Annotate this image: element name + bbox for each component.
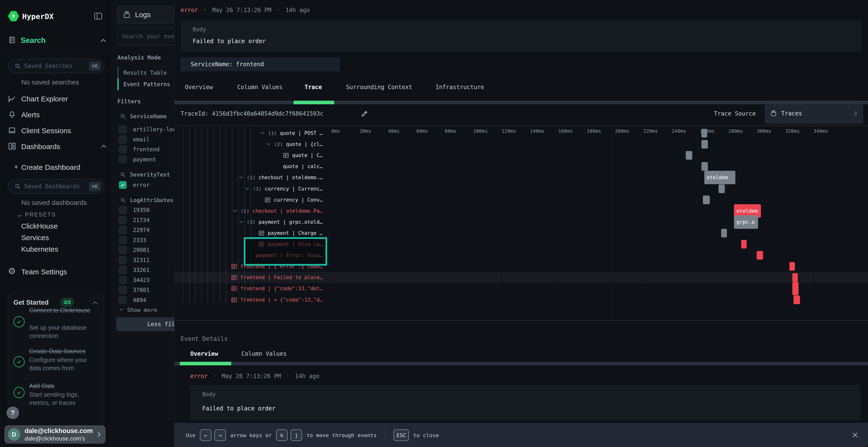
facet-checkbox-item[interactable]: 32311 (119, 256, 150, 264)
checkbox[interactable] (119, 296, 127, 304)
analysis-mode-results-table[interactable]: Results Table (117, 67, 167, 78)
show-more-button[interactable]: Show more (119, 307, 157, 313)
span-duration-bar[interactable] (702, 129, 707, 138)
checkbox[interactable] (119, 156, 127, 163)
sidebar-item-alerts[interactable]: Alerts (21, 111, 40, 119)
span-duration-bar[interactable] (686, 151, 692, 160)
k-key[interactable]: k (276, 429, 288, 441)
span-duration-bar[interactable] (789, 262, 795, 271)
sidebar-item-client-sessions[interactable]: Client Sessions (21, 127, 71, 135)
details-tab-column-values[interactable]: Column Values (241, 350, 287, 357)
chevron-up-icon[interactable] (101, 144, 106, 148)
event-search-input[interactable]: Search your events (117, 28, 174, 45)
sidebar-item-services[interactable]: Services (21, 234, 49, 242)
span-duration-bar[interactable] (792, 273, 798, 282)
span-duration-bar[interactable] (702, 162, 708, 171)
facet-checkbox-item[interactable]: 29081 (119, 246, 150, 254)
facet-checkbox-item[interactable]: 33261 (119, 266, 150, 274)
tab-column-values[interactable]: Column Values (237, 84, 283, 91)
saved-searches-input[interactable]: Saved Searches ⌘K (8, 59, 104, 73)
facet-checkbox-item[interactable]: email (119, 136, 150, 143)
checkbox[interactable] (119, 136, 127, 143)
span-duration-bar[interactable] (792, 282, 799, 295)
sidebar-item-chart-explorer[interactable]: Chart Explorer (21, 95, 68, 103)
user-menu[interactable]: D dale@clickhouse.com dale@clickhouse.co… (4, 425, 105, 444)
chevron-up-icon[interactable] (92, 301, 98, 305)
checkbox[interactable] (119, 246, 127, 254)
trace-span-row[interactable]: frontend | {"code":13,"det… (175, 283, 322, 294)
j-key[interactable]: j (290, 429, 302, 441)
span-duration-bar[interactable] (794, 296, 800, 304)
facet-checkbox-item[interactable]: 4894 (119, 296, 146, 304)
span-duration-bar[interactable] (718, 184, 725, 193)
span-duration-bar[interactable]: oteldem (704, 171, 735, 184)
span-duration-bar[interactable] (741, 240, 747, 248)
create-dashboard-button[interactable]: Create Dashboard (21, 163, 80, 171)
presets-label[interactable]: PRESETS (25, 211, 56, 218)
tab-overview[interactable]: Overview (185, 84, 213, 91)
trace-span-row[interactable]: currency | Conv… (175, 194, 322, 205)
checkbox[interactable] (119, 256, 127, 264)
trace-span-row[interactable]: (1)checkout | oteldemo.… (175, 172, 322, 183)
span-duration-bar[interactable] (703, 196, 710, 204)
chevron-up-icon[interactable] (100, 38, 106, 43)
facet-checkbox-item[interactable]: 19350 (119, 206, 150, 214)
analysis-mode-event-patterns[interactable]: Event Patterns (117, 78, 170, 90)
span-duration-bar[interactable] (702, 140, 708, 148)
facet-header[interactable]: ServiceName (120, 113, 166, 119)
checkbox[interactable] (119, 216, 127, 224)
facet-checkbox-item[interactable]: artillery-loadgen (119, 126, 174, 133)
checkbox[interactable] (119, 226, 127, 234)
less-filters-button[interactable]: Less filters (116, 317, 174, 331)
facet-checkbox-item[interactable]: 22974 (119, 226, 150, 234)
span-duration-bar[interactable] (756, 251, 763, 260)
span-duration-bar[interactable] (721, 229, 727, 238)
trace-span-row[interactable]: (1)currency | Currenc… (175, 183, 322, 194)
sidebar-item-search[interactable]: Search (21, 36, 45, 45)
sidebar-item-dashboards[interactable]: Dashboards (21, 143, 60, 151)
checkbox[interactable] (119, 145, 127, 153)
facet-checkbox-item[interactable]: payment (119, 156, 156, 163)
tab-surrounding-context[interactable]: Surrounding Context (346, 84, 412, 91)
tab-trace[interactable]: Trace (305, 84, 322, 91)
trace-span-row[interactable]: (3)payment | grpc.oteld… (175, 216, 322, 228)
facet-checkbox-item[interactable]: error (119, 181, 150, 189)
checkbox[interactable] (119, 126, 127, 133)
trace-span-row[interactable]: (1)checkout | oteldemo.Pa… (175, 205, 322, 216)
checkbox[interactable] (119, 181, 127, 189)
help-button[interactable]: ? (6, 407, 19, 419)
esc-key[interactable]: ESC (394, 429, 409, 441)
trace-span-row[interactable]: (2)quote | {cl… (175, 139, 322, 150)
data-source-select[interactable]: Logs (117, 6, 174, 23)
checkbox[interactable] (119, 206, 127, 214)
trace-source-select[interactable]: Traces (765, 104, 863, 123)
details-tab-overview[interactable]: Overview (190, 350, 218, 357)
arrow-left-key[interactable]: ← (200, 429, 212, 441)
facet-checkbox-item[interactable]: 34423 (119, 276, 150, 284)
saved-dashboards-input[interactable]: Saved Dashboards ⌘K (8, 179, 104, 194)
chevron-down-icon[interactable] (17, 214, 22, 218)
trace-span-row[interactable]: quote | calc… (175, 161, 322, 172)
checkbox[interactable] (119, 286, 127, 294)
facet-checkbox-item[interactable]: 21734 (119, 216, 150, 224)
arrow-right-key[interactable]: → (214, 429, 226, 441)
trace-span-row[interactable]: quote | C… (175, 150, 322, 161)
sidebar-item-clickhouse[interactable]: ClickHouse (21, 222, 58, 230)
facet-checkbox-item[interactable]: 37801 (119, 286, 150, 294)
close-icon[interactable]: × (852, 430, 858, 440)
span-duration-bar[interactable]: grpc.o (734, 215, 758, 229)
sidebar-item-kubernetes[interactable]: Kubernetes (21, 245, 58, 253)
sidebar-item-team-settings[interactable]: Team Settings (21, 268, 67, 276)
trace-span-row[interactable]: frontend | Failed to place… (175, 272, 322, 283)
tab-infrastructure[interactable]: Infrastructure (435, 84, 484, 91)
checkbox[interactable] (119, 236, 127, 244)
checkbox[interactable] (119, 266, 127, 274)
trace-span-row[interactable]: frontend | × {"code":13,"d… (175, 294, 322, 305)
collapse-sidebar-icon[interactable] (94, 11, 103, 21)
service-name-chip[interactable]: ServiceName: frontend (181, 57, 340, 71)
trace-span-row[interactable]: (1)quote | POST … (175, 128, 322, 139)
facet-header[interactable]: SeverityText (120, 171, 170, 178)
edit-pencil-icon[interactable] (361, 110, 368, 117)
facet-header[interactable]: LogAttributes (120, 197, 173, 203)
facet-checkbox-item[interactable]: frontend (119, 145, 160, 153)
